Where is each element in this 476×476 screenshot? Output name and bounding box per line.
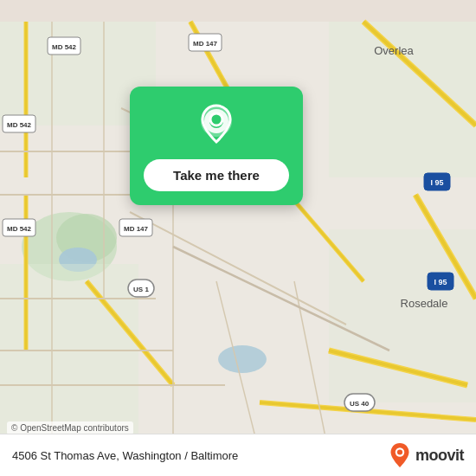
address-text: 4506 St Thomas Ave, Washington / Baltimo… [12, 449, 238, 462]
svg-point-4 [218, 345, 267, 373]
map-container: MD 542 MD 542 MD 542 MD 147 MD 147 I 95 … [0, 0, 476, 476]
take-me-there-button[interactable]: Take me there [144, 159, 289, 191]
map-attribution: © OpenStreetMap contributors [7, 421, 133, 434]
moovit-brand-name: moovit [415, 447, 464, 465]
svg-text:US 40: US 40 [350, 400, 370, 408]
svg-text:I 95: I 95 [430, 178, 443, 187]
svg-text:MD 542: MD 542 [52, 43, 77, 51]
moovit-logo: moovit [388, 443, 464, 467]
svg-text:MD 542: MD 542 [7, 121, 32, 129]
svg-text:MD 147: MD 147 [193, 40, 218, 48]
map-background: MD 542 MD 542 MD 542 MD 147 MD 147 I 95 … [0, 0, 476, 476]
moovit-pin-icon [388, 443, 412, 467]
svg-text:MD 542: MD 542 [7, 225, 32, 233]
svg-text:Overlea: Overlea [374, 44, 414, 57]
svg-text:US 1: US 1 [133, 286, 149, 293]
svg-text:MD 147: MD 147 [124, 225, 149, 233]
location-pin-icon [194, 102, 239, 147]
bottom-bar: 4506 St Thomas Ave, Washington / Baltimo… [0, 434, 476, 476]
svg-text:Rosedale: Rosedale [401, 297, 448, 310]
svg-text:I 95: I 95 [434, 278, 447, 286]
location-card: Take me there [130, 87, 303, 205]
svg-point-65 [397, 449, 402, 454]
